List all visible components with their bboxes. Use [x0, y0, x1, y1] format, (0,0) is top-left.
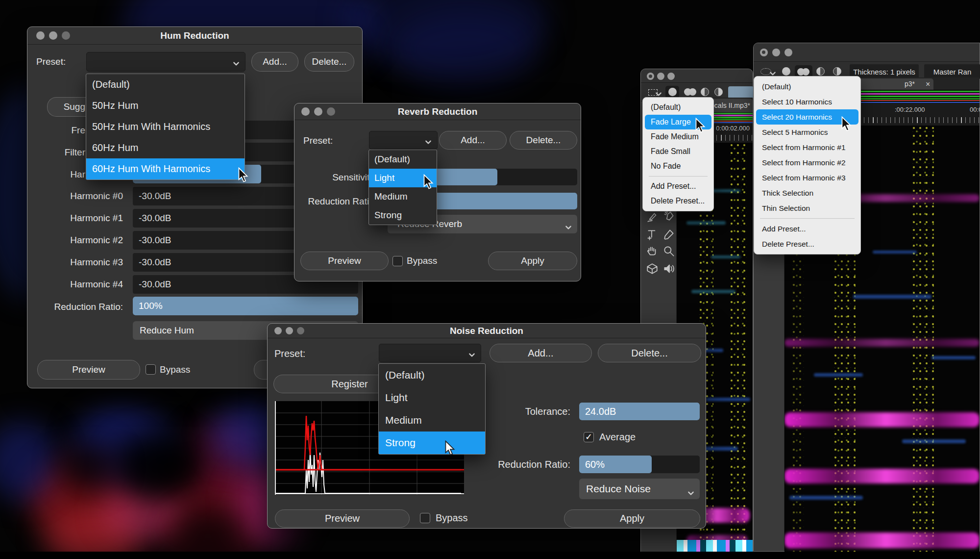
reverb-preset-option[interactable]: Strong — [369, 206, 437, 225]
reverb-preset-option[interactable]: Medium — [369, 187, 437, 206]
zoom-button[interactable] — [667, 73, 675, 80]
hand-tool-icon[interactable] — [646, 245, 659, 257]
eyedropper-tool-icon[interactable] — [662, 228, 675, 241]
noise-preset-dropdown-list: (Default)LightMediumStrong — [378, 363, 486, 455]
preset-combo[interactable] — [379, 344, 481, 362]
fade-menu-item[interactable]: Add Preset... — [645, 179, 711, 194]
preview-button[interactable]: Preview — [37, 360, 140, 380]
hum-preset-option[interactable]: 60Hz Hum — [86, 137, 245, 158]
reduce-mode-dropdown[interactable]: Reduce Noise — [579, 479, 700, 499]
half-circle-brush-icon[interactable] — [816, 67, 825, 76]
delete-preset-button[interactable]: Delete... — [304, 52, 354, 72]
average-checkbox[interactable]: ✓ — [584, 432, 594, 442]
fade-menu-item[interactable]: (Default) — [645, 100, 711, 115]
chevron-down-icon — [233, 59, 240, 64]
reduction-ratio-slider[interactable]: 100% — [133, 297, 358, 315]
reduce-mode-value: Reduce Hum — [140, 325, 194, 336]
preview-button[interactable]: Preview — [275, 509, 410, 528]
chevron-down-icon — [687, 486, 694, 491]
tab-close-icon[interactable]: × — [926, 78, 930, 90]
cube-tool-icon[interactable] — [646, 262, 659, 275]
tolerance-label: Tolerance: — [511, 406, 570, 417]
add-preset-button[interactable]: Add... — [251, 52, 298, 72]
suggest-button-fragment[interactable]: Sugg — [47, 97, 86, 117]
harmonics-menu-item[interactable]: Thick Selection — [756, 185, 858, 201]
harmonic-label: Harmonic #0 — [47, 187, 123, 205]
bypass-checkbox[interactable]: ✓ — [146, 364, 156, 375]
hum-preset-option[interactable]: (Default) — [86, 74, 245, 95]
close-button[interactable] — [760, 49, 768, 56]
screen-bottom-bar — [0, 552, 980, 559]
hum-preset-option[interactable]: 60Hz Hum With Harmonics — [86, 158, 245, 179]
double-circle-brush-icon[interactable] — [684, 88, 697, 96]
circle-brush-icon[interactable] — [782, 67, 790, 76]
harmonics-menu-item[interactable]: Select from Harmonic #3 — [756, 170, 858, 185]
harmonics-menu-item[interactable]: Add Preset... — [756, 221, 858, 236]
color-swatch[interactable] — [728, 86, 754, 99]
minimize-button[interactable] — [772, 49, 780, 56]
bypass-checkbox[interactable]: ✓ — [420, 513, 430, 523]
minimize-button[interactable] — [657, 73, 664, 80]
circle-brush-icon[interactable] — [668, 88, 677, 96]
hum-preset-option[interactable]: 50Hz Hum — [86, 95, 245, 116]
delete-preset-button[interactable]: Delete... — [598, 344, 701, 362]
mouse-cursor-reverb — [422, 174, 435, 189]
zoom-button[interactable] — [784, 49, 792, 56]
master-range-value: Master Ran — [933, 68, 972, 76]
bypass-label: Bypass — [160, 364, 190, 375]
apply-button[interactable]: Apply — [564, 509, 700, 528]
hum-preset-option[interactable]: 50Hz Hum With Harmonics — [86, 116, 245, 137]
chevron-down-icon — [769, 69, 776, 74]
delete-preset-button[interactable]: Delete... — [510, 131, 577, 150]
reverb-preset-option[interactable]: (Default) — [369, 150, 437, 169]
half-circle-brush-icon[interactable] — [701, 88, 709, 96]
harmonic-label: Harmonic #2 — [47, 231, 123, 250]
harmonics-menu-item-separator — [760, 218, 855, 219]
reduction-ratio-value: 100% — [139, 297, 163, 315]
close-button[interactable] — [647, 73, 654, 80]
harmonics-menu-item[interactable]: Select from Harmonic #2 — [756, 155, 858, 170]
speaker-tool-icon[interactable] — [662, 262, 675, 275]
preset-combo[interactable] — [86, 52, 245, 72]
register-label: Register — [331, 379, 368, 390]
contrast-circle-brush-icon[interactable] — [714, 88, 723, 96]
bypass-checkbox[interactable]: ✓ — [392, 256, 403, 266]
harmonics-menu-item[interactable]: Thin Selection — [756, 201, 858, 216]
noise-preset-option[interactable]: (Default) — [379, 364, 485, 386]
harmonic-label: Harmonic #3 — [47, 253, 123, 272]
add-preset-button[interactable]: Add... — [490, 344, 592, 362]
noise-preset-option[interactable]: Strong — [379, 432, 485, 454]
apply-button[interactable]: Apply — [488, 252, 577, 270]
dialog-titlebar: Reverb Reduction — [294, 103, 581, 120]
text-tool-icon[interactable] — [646, 228, 659, 241]
fade-preset-menu: (Default)Fade LargeFade MediumFade Small… — [642, 97, 714, 211]
contrast-circle-brush-icon[interactable] — [833, 67, 841, 76]
pen-tool-icon[interactable] — [646, 210, 659, 223]
tolerance-field[interactable]: 24.0dB — [579, 403, 700, 420]
add-preset-button[interactable]: Add... — [439, 131, 507, 150]
dialog-titlebar: Hum Reduction — [27, 27, 362, 45]
noise-preset-option[interactable]: Light — [379, 386, 485, 409]
tolerance-value: 24.0dB — [585, 403, 616, 420]
fade-menu-item[interactable]: Fade Small — [645, 144, 711, 159]
master-range-field[interactable]: Master Ran — [924, 64, 980, 79]
harmonics-menu-item[interactable]: (Default) — [756, 79, 858, 94]
preview-button[interactable]: Preview — [300, 252, 389, 270]
mouse-cursor-hum — [237, 167, 249, 182]
preset-combo[interactable] — [369, 131, 438, 150]
mouse-cursor-noise — [443, 440, 456, 456]
noise-preset-option[interactable]: Medium — [379, 409, 485, 432]
fade-menu-item[interactable]: Delete Preset... — [645, 194, 711, 208]
thickness-field[interactable]: Thickness: 1 pixels — [850, 64, 919, 79]
fade-menu-item[interactable]: No Fade — [645, 159, 711, 174]
zoom-tool-icon[interactable] — [662, 245, 675, 257]
harmonics-menu-item[interactable]: Select from Harmonic #1 — [756, 140, 858, 155]
harmonics-menu-item[interactable]: Select 10 Harmonics — [756, 94, 858, 109]
harmonic-label-fragment: Har — [52, 169, 85, 180]
register-profile-button[interactable]: Register — [273, 375, 386, 393]
double-circle-brush-icon[interactable] — [797, 68, 810, 76]
harmonics-menu-item[interactable]: Delete Preset... — [756, 236, 858, 252]
dialog-title: Reverb Reduction — [294, 103, 581, 120]
mouse-cursor-harmonics — [840, 116, 853, 131]
reduction-ratio-slider[interactable]: 60% — [579, 456, 700, 473]
